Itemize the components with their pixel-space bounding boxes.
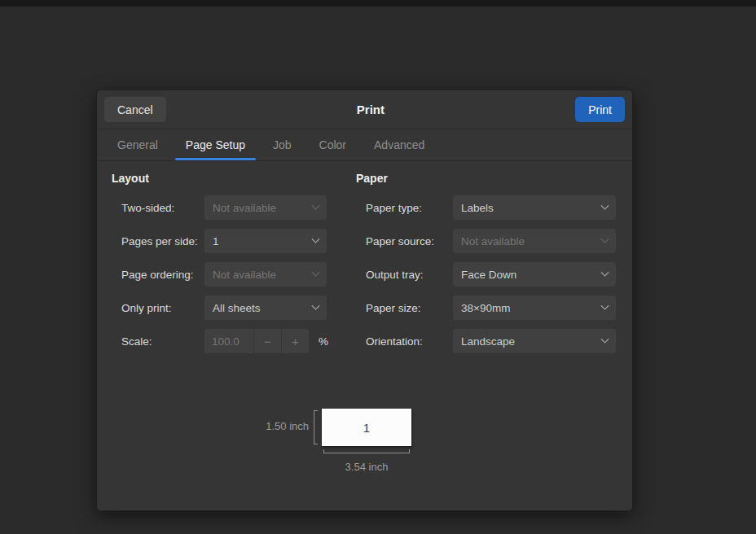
paper-size-row: Paper size: 38×90mm <box>356 295 616 320</box>
two-sided-row: Two-sided: Not available <box>112 195 328 220</box>
layout-column: Layout Two-sided: Not available Pages pe… <box>112 172 328 362</box>
tab-advanced[interactable]: Advanced <box>360 129 438 160</box>
scale-unit-label: % <box>319 335 328 348</box>
orientation-row: Orientation: Landscape <box>356 329 616 353</box>
chevron-down-icon <box>601 301 609 309</box>
print-button[interactable]: Print <box>575 97 625 122</box>
preview-page: 1 <box>322 409 411 446</box>
paper-size-label: Paper size: <box>356 302 453 314</box>
paper-column: Paper Paper type: Labels Paper source: N… <box>356 172 616 362</box>
output-tray-row: Output tray: Face Down <box>356 262 616 287</box>
layout-section-title: Layout <box>112 172 328 188</box>
chevron-down-icon <box>601 268 609 276</box>
paper-source-select[interactable]: Not available <box>453 229 616 253</box>
pages-per-side-row: Pages per side: 1 <box>112 229 328 253</box>
paper-source-value: Not available <box>461 235 525 247</box>
paper-size-select[interactable]: 38×90mm <box>453 295 616 320</box>
tab-general[interactable]: General <box>103 129 172 160</box>
output-tray-label: Output tray: <box>356 269 453 281</box>
scale-value: 100.0 <box>204 329 253 353</box>
page-ordering-value: Not available <box>213 269 276 281</box>
tab-page-setup[interactable]: Page Setup <box>172 129 259 160</box>
paper-section-title: Paper <box>356 172 616 188</box>
chevron-down-icon <box>312 268 320 276</box>
only-print-label: Only print: <box>112 302 204 314</box>
chevron-down-icon <box>312 301 320 309</box>
only-print-select[interactable]: All sheets <box>204 295 327 320</box>
scale-spinner[interactable]: 100.0 − + <box>204 329 309 353</box>
page-setup-panel: Layout Two-sided: Not available Pages pe… <box>97 161 632 510</box>
cancel-button[interactable]: Cancel <box>104 97 166 122</box>
pages-per-side-select[interactable]: 1 <box>204 229 327 253</box>
chevron-down-icon <box>601 335 609 343</box>
page-ordering-select[interactable]: Not available <box>204 262 327 287</box>
orientation-select[interactable]: Landscape <box>453 329 616 353</box>
chevron-down-icon <box>601 201 609 209</box>
two-sided-select[interactable]: Not available <box>204 195 327 220</box>
height-bracket <box>314 410 318 444</box>
tab-bar: General Page Setup Job Color Advanced <box>97 129 632 161</box>
pages-per-side-label: Pages per side: <box>112 235 204 247</box>
preview-width-label: 3.54 inch <box>322 461 411 473</box>
paper-type-select[interactable]: Labels <box>453 195 616 220</box>
paper-type-label: Paper type: <box>356 202 453 214</box>
pages-per-side-value: 1 <box>213 235 219 247</box>
dialog-title: Print <box>357 103 385 116</box>
paper-type-row: Paper type: Labels <box>356 195 616 220</box>
two-sided-value: Not available <box>213 202 276 214</box>
page-ordering-label: Page ordering: <box>112 269 204 281</box>
scale-row: Scale: 100.0 − + % <box>112 329 328 353</box>
top-strip <box>0 0 756 7</box>
chevron-down-icon <box>312 201 320 209</box>
chevron-down-icon <box>312 234 320 243</box>
preview-page-number: 1 <box>363 421 370 435</box>
preview-height-label: 1.50 inch <box>219 420 309 432</box>
print-dialog: Cancel Print Print General Page Setup Jo… <box>96 90 633 511</box>
two-sided-label: Two-sided: <box>112 202 204 214</box>
width-bracket <box>323 449 410 453</box>
paper-source-row: Paper source: Not available <box>356 229 616 253</box>
page-ordering-row: Page ordering: Not available <box>112 262 328 287</box>
output-tray-value: Face Down <box>461 269 516 281</box>
orientation-value: Landscape <box>461 335 515 348</box>
tab-job[interactable]: Job <box>259 129 305 160</box>
scale-label: Scale: <box>112 335 204 348</box>
paper-source-label: Paper source: <box>356 235 453 247</box>
chevron-down-icon <box>601 234 609 243</box>
scale-decrease-button[interactable]: − <box>253 329 281 353</box>
dialog-headerbar: Cancel Print Print <box>97 90 632 129</box>
output-tray-select[interactable]: Face Down <box>453 262 616 287</box>
scale-increase-button[interactable]: + <box>281 329 309 353</box>
only-print-value: All sheets <box>213 302 261 314</box>
orientation-label: Orientation: <box>356 335 453 348</box>
paper-type-value: Labels <box>461 202 494 214</box>
only-print-row: Only print: All sheets <box>112 295 328 320</box>
tab-color[interactable]: Color <box>305 129 360 160</box>
paper-size-value: 38×90mm <box>461 302 510 314</box>
